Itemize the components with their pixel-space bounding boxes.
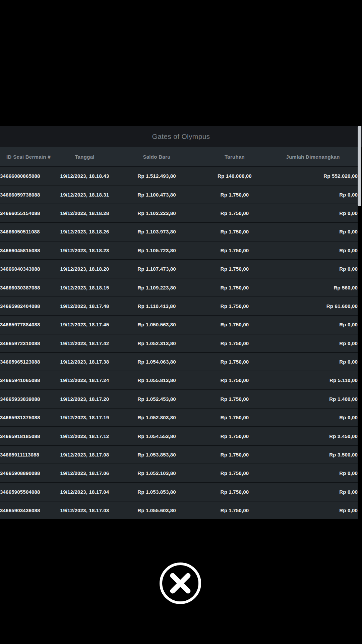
new-balance-cell: Rp 1.103.973,80 [112, 222, 201, 241]
new-balance-cell: Rp 1.105.723,80 [112, 241, 201, 260]
bet-cell: Rp 1.750,00 [201, 427, 268, 445]
table-row: 34665982404088 19/12/2023, 18.17.48 Rp 1… [0, 297, 358, 315]
bet-cell: Rp 1.750,00 [201, 204, 268, 222]
table-row: 34666040343088 19/12/2023, 18.18.20 Rp 1… [0, 260, 358, 278]
bet-cell: Rp 1.750,00 [201, 334, 268, 353]
table-row: 34665972310088 19/12/2023, 18.17.42 Rp 1… [0, 334, 358, 353]
header-row: ID Sesi Bermain # Tanggal Saldo Baru Tar… [0, 147, 358, 167]
table-row: 34665933839088 19/12/2023, 18.17.20 Rp 1… [0, 390, 358, 408]
bet-cell: Rp 1.750,00 [201, 353, 268, 371]
session-id-cell: 34665911113088 [0, 445, 57, 464]
date-cell: 19/12/2023, 18.18.31 [57, 185, 112, 204]
table-row: 34666059738088 19/12/2023, 18.18.31 Rp 1… [0, 185, 358, 204]
new-balance-cell: Rp 1.050.563,80 [112, 315, 201, 334]
new-balance-cell: Rp 1.052.103,80 [112, 464, 201, 482]
session-id-cell: 34665903436088 [0, 501, 57, 519]
close-icon [159, 562, 201, 604]
bet-cell: Rp 1.750,00 [201, 464, 268, 482]
date-cell: 19/12/2023, 18.18.43 [57, 167, 112, 185]
date-cell: 19/12/2023, 18.18.23 [57, 241, 112, 260]
session-id-cell: 34665908890088 [0, 464, 57, 482]
new-balance-cell: Rp 1.512.493,80 [112, 167, 201, 185]
session-id-cell: 34665905504088 [0, 483, 57, 501]
date-cell: 19/12/2023, 18.17.03 [57, 501, 112, 519]
amount-won-cell: Rp 0,00 [268, 315, 358, 334]
table-row: 34665903436088 19/12/2023, 18.17.03 Rp 1… [0, 501, 358, 519]
close-button[interactable] [159, 562, 201, 604]
new-balance-cell: Rp 1.109.223,80 [112, 278, 201, 297]
amount-won-cell: Rp 61.600,00 [268, 297, 358, 315]
bet-cell: Rp 1.750,00 [201, 445, 268, 464]
amount-won-cell: Rp 2.450,00 [268, 427, 358, 445]
new-balance-cell: Rp 1.054.553,80 [112, 427, 201, 445]
bet-cell: Rp 1.750,00 [201, 241, 268, 260]
table-row: 34666045815088 19/12/2023, 18.18.23 Rp 1… [0, 241, 358, 260]
bet-cell: Rp 1.750,00 [201, 222, 268, 241]
amount-won-cell: Rp 0,00 [268, 204, 358, 222]
table-row: 34666055154088 19/12/2023, 18.18.28 Rp 1… [0, 204, 358, 222]
date-cell: 19/12/2023, 18.17.38 [57, 353, 112, 371]
game-title: Gates of Olympus [152, 132, 210, 141]
session-id-cell: 34666050511088 [0, 222, 57, 241]
column-header-new-balance: Saldo Baru [112, 147, 201, 167]
date-cell: 19/12/2023, 18.17.19 [57, 408, 112, 427]
new-balance-cell: Rp 1.110.413,80 [112, 297, 201, 315]
vertical-scrollbar-thumb[interactable] [358, 126, 361, 206]
date-cell: 19/12/2023, 18.17.12 [57, 427, 112, 445]
table-row: 34665941065088 19/12/2023, 18.17.24 Rp 1… [0, 371, 358, 389]
game-history-modal: Gates of Olympus ID Sesi Bermain # Tangg… [0, 126, 362, 519]
bet-cell: Rp 1.750,00 [201, 501, 268, 519]
table-body: 34666080865088 19/12/2023, 18.18.43 Rp 1… [0, 167, 358, 519]
amount-won-cell: Rp 0,00 [268, 185, 358, 204]
amount-won-cell: Rp 0,00 [268, 483, 358, 501]
session-id-cell: 34665941065088 [0, 371, 57, 389]
bet-cell: Rp 1.750,00 [201, 483, 268, 501]
table-row: 34665911113088 19/12/2023, 18.17.08 Rp 1… [0, 445, 358, 464]
date-cell: 19/12/2023, 18.17.04 [57, 483, 112, 501]
modal-title-bar: Gates of Olympus [0, 126, 362, 147]
bet-cell: Rp 140.000,00 [201, 167, 268, 185]
bet-cell: Rp 1.750,00 [201, 315, 268, 334]
new-balance-cell: Rp 1.107.473,80 [112, 260, 201, 278]
bet-cell: Rp 1.750,00 [201, 390, 268, 408]
session-id-cell: 34665982404088 [0, 297, 57, 315]
bet-cell: Rp 1.750,00 [201, 297, 268, 315]
table-row: 34665905504088 19/12/2023, 18.17.04 Rp 1… [0, 483, 358, 501]
column-header-session-id: ID Sesi Bermain # [0, 147, 57, 167]
date-cell: 19/12/2023, 18.17.24 [57, 371, 112, 389]
new-balance-cell: Rp 1.052.453,80 [112, 390, 201, 408]
table-row: 34665931375088 19/12/2023, 18.17.19 Rp 1… [0, 408, 358, 427]
date-cell: 19/12/2023, 18.17.42 [57, 334, 112, 353]
bet-cell: Rp 1.750,00 [201, 185, 268, 204]
date-cell: 19/12/2023, 18.18.20 [57, 260, 112, 278]
date-cell: 19/12/2023, 18.18.28 [57, 204, 112, 222]
table-row: 34666080865088 19/12/2023, 18.18.43 Rp 1… [0, 167, 358, 185]
session-id-cell: 34665933839088 [0, 390, 57, 408]
session-id-cell: 34665972310088 [0, 334, 57, 353]
session-id-cell: 34666059738088 [0, 185, 57, 204]
history-table[interactable]: ID Sesi Bermain # Tanggal Saldo Baru Tar… [0, 147, 358, 519]
new-balance-cell: Rp 1.053.853,80 [112, 483, 201, 501]
session-id-cell: 34666055154088 [0, 204, 57, 222]
amount-won-cell: Rp 560,00 [268, 278, 358, 297]
session-id-cell: 34666040343088 [0, 260, 57, 278]
bet-cell: Rp 1.750,00 [201, 260, 268, 278]
date-cell: 19/12/2023, 18.17.08 [57, 445, 112, 464]
new-balance-cell: Rp 1.053.853,80 [112, 445, 201, 464]
bet-cell: Rp 1.750,00 [201, 371, 268, 389]
session-id-cell: 34665931375088 [0, 408, 57, 427]
new-balance-cell: Rp 1.100.473,80 [112, 185, 201, 204]
table-row: 34665908890088 19/12/2023, 18.17.06 Rp 1… [0, 464, 358, 482]
new-balance-cell: Rp 1.055.603,80 [112, 501, 201, 519]
amount-won-cell: Rp 552.020,00 [268, 167, 358, 185]
amount-won-cell: Rp 0,00 [268, 408, 358, 427]
date-cell: 19/12/2023, 18.17.48 [57, 297, 112, 315]
bet-cell: Rp 1.750,00 [201, 408, 268, 427]
session-id-cell: 34666030387088 [0, 278, 57, 297]
date-cell: 19/12/2023, 18.18.26 [57, 222, 112, 241]
session-id-cell: 34665918185088 [0, 427, 57, 445]
table-row: 34666050511088 19/12/2023, 18.18.26 Rp 1… [0, 222, 358, 241]
table-row: 34665977884088 19/12/2023, 18.17.45 Rp 1… [0, 315, 358, 334]
new-balance-cell: Rp 1.055.813,80 [112, 371, 201, 389]
table-row: 34665918185088 19/12/2023, 18.17.12 Rp 1… [0, 427, 358, 445]
